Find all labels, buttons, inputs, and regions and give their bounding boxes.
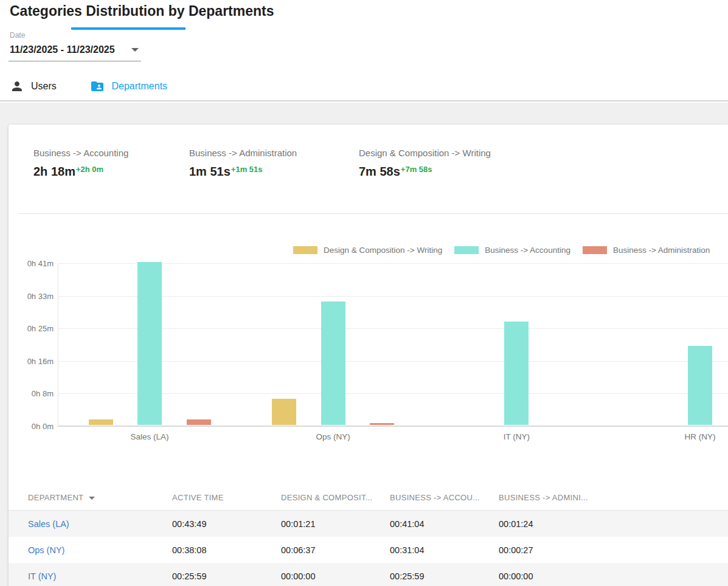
table-body: Sales (LA)00:43:4900:01:2100:41:0400:01:… — [9, 511, 728, 586]
x-axis-label: HR (NY) — [651, 432, 728, 441]
bar-Ops (NY)-Business -> Accounting[interactable] — [321, 302, 345, 425]
stat-value: 2h 18m — [33, 165, 75, 178]
y-axis-line — [58, 263, 58, 426]
stat-business-accounting: Business -> Accounting 2h 18m+2h 0m — [33, 148, 128, 179]
stat-design-writing: Design & Composition -> Writing 7m 58s+7… — [359, 148, 491, 179]
bar-Sales (LA)-Design & Composition -> Writing[interactable] — [89, 419, 113, 425]
department-link[interactable]: Ops (NY) — [28, 545, 64, 555]
time-cell: 00:06:37 — [281, 545, 390, 555]
stat-label: Design & Composition -> Writing — [359, 148, 491, 158]
person-icon — [10, 79, 24, 94]
time-cell: 00:31:04 — [390, 545, 499, 555]
divider — [18, 213, 728, 214]
column-header: BUSINESS -> ACCOU... — [390, 493, 499, 502]
column-header[interactable]: DEPARTMENT — [28, 493, 172, 502]
tab-departments[interactable]: Departments — [72, 72, 186, 100]
tab-users[interactable]: Users — [0, 72, 72, 100]
legend-item-accounting[interactable]: Business -> Accounting — [454, 246, 570, 255]
bar-Ops (NY)-Design & Composition -> Writing[interactable] — [272, 399, 296, 425]
legend-item-writing[interactable]: Design & Composition -> Writing — [293, 246, 442, 255]
table-row: IT (NY)00:25:5900:00:0000:25:5900:00:00 — [9, 563, 728, 586]
x-axis-label: IT (NY) — [468, 432, 565, 441]
y-tick-label: 0h 0m — [9, 422, 54, 431]
stat-label: Business -> Administration — [189, 148, 297, 158]
active-tab-indicator — [71, 27, 185, 30]
time-cell: 00:38:08 — [172, 545, 281, 555]
time-cell: 00:41:04 — [390, 519, 499, 529]
stat-delta: +7m 58s — [401, 165, 432, 174]
stat-label: Business -> Accounting — [33, 148, 128, 158]
tab-users-label: Users — [31, 81, 57, 92]
legend-label: Design & Composition -> Writing — [324, 246, 442, 255]
y-tick-label: 0h 41m — [9, 259, 54, 268]
legend-swatch — [454, 246, 479, 254]
stat-delta: +2h 0m — [76, 165, 103, 174]
stat-delta: +1m 51s — [231, 165, 263, 174]
y-axis-labels: 0h 41m0h 33m0h 25m0h 16m0h 8m0h 0m — [9, 263, 54, 426]
sort-descending-icon — [89, 497, 95, 500]
column-header: ACTIVE TIME — [172, 493, 281, 502]
bar-Sales (LA)-Business -> Administration[interactable] — [187, 419, 211, 425]
time-cell: 00:01:21 — [281, 519, 390, 529]
legend-label: Business -> Administration — [613, 246, 710, 255]
report-card: Business -> Accounting 2h 18m+2h 0m Busi… — [9, 125, 728, 586]
stat-business-administration: Business -> Administration 1m 51s+1m 51s — [189, 148, 297, 179]
time-cell: 00:00:00 — [281, 571, 390, 581]
time-cell: 00:43:49 — [172, 519, 281, 529]
x-axis-label: Sales (LA) — [101, 432, 198, 441]
time-cell: 00:01:24 — [499, 519, 728, 529]
time-cell: 00:00:27 — [499, 545, 728, 555]
time-cell: 00:25:59 — [390, 571, 499, 581]
tab-departments-label: Departments — [111, 81, 167, 92]
column-header: DESIGN & COMPOSIT... — [281, 493, 390, 502]
tab-bar: Users Departments — [0, 72, 728, 102]
stat-value: 1m 51s — [189, 165, 231, 178]
date-field-underline — [9, 61, 141, 61]
table-row: Ops (NY)00:38:0800:06:3700:31:0400:00:27 — [9, 537, 728, 563]
dashboard-screen: Categories Distribution by Departments D… — [0, 0, 728, 586]
y-tick-label: 0h 16m — [9, 357, 54, 366]
time-cell: 00:00:00 — [499, 571, 728, 581]
date-range-picker[interactable]: 11/23/2025 - 11/23/2025 — [10, 44, 139, 55]
page-title: Categories Distribution by Departments — [10, 3, 274, 19]
y-tick-label: 0h 8m — [9, 389, 54, 398]
bar-Sales (LA)-Business -> Accounting[interactable] — [137, 262, 162, 425]
legend-item-administration[interactable]: Business -> Administration — [583, 246, 710, 255]
chart-plot: Sales (LA)Ops (NY)IT (NY)HR (NY) — [58, 263, 728, 426]
departments-table: DEPARTMENTACTIVE TIMEDESIGN & COMPOSIT..… — [9, 484, 728, 586]
gridline — [58, 426, 728, 427]
department-link[interactable]: Sales (LA) — [28, 519, 69, 529]
legend-label: Business -> Accounting — [485, 246, 570, 255]
folder-shared-icon — [90, 79, 105, 94]
column-header: BUSINESS -> ADMINI... — [499, 493, 728, 502]
x-axis-label: Ops (NY) — [285, 432, 382, 441]
bar-Ops (NY)-Business -> Administration[interactable] — [370, 423, 394, 425]
table-row: Sales (LA)00:43:4900:01:2100:41:0400:01:… — [9, 511, 728, 537]
y-tick-label: 0h 25m — [9, 324, 54, 333]
stat-value: 7m 58s — [359, 165, 400, 178]
date-filter-label: Date — [10, 31, 25, 40]
legend-swatch — [583, 246, 607, 254]
legend-swatch — [293, 246, 317, 254]
y-tick-label: 0h 33m — [9, 292, 54, 301]
time-cell: 00:25:59 — [172, 571, 281, 581]
chart-legend: Design & Composition -> Writing Business… — [293, 246, 710, 255]
date-range-value: 11/23/2025 - 11/23/2025 — [10, 44, 115, 55]
department-link[interactable]: IT (NY) — [28, 571, 56, 581]
bar-IT (NY)-Business -> Accounting[interactable] — [504, 322, 529, 425]
chevron-down-icon — [131, 48, 139, 52]
table-header-row: DEPARTMENTACTIVE TIMEDESIGN & COMPOSIT..… — [9, 484, 728, 511]
bar-HR (NY)-Business -> Accounting[interactable] — [688, 346, 712, 425]
